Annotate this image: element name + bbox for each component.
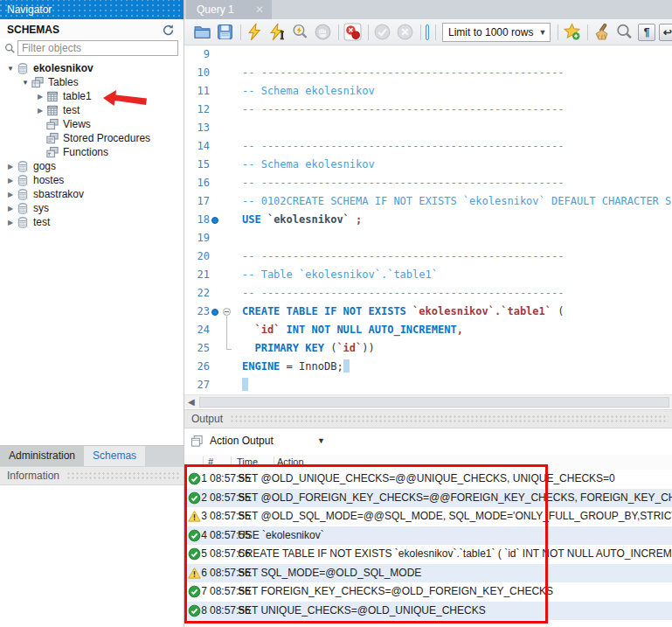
marker-column bbox=[210, 321, 220, 339]
fold-column bbox=[220, 321, 238, 339]
new-snippet-icon[interactable] bbox=[563, 23, 581, 41]
tab-administration[interactable]: Administration bbox=[0, 446, 84, 466]
editor-line-23: 23CREATE TABLE IF NOT EXISTS `ekolesniko… bbox=[184, 303, 672, 321]
commit-icon[interactable] bbox=[373, 23, 391, 41]
tree-item-views[interactable]: Views bbox=[0, 117, 184, 131]
tab-query1[interactable]: Query 1 ✕ bbox=[186, 0, 272, 19]
tree-item-sys[interactable]: ▶sys bbox=[0, 201, 184, 215]
line-number: 19 bbox=[188, 229, 210, 247]
sidebar-tabs: AdministrationSchemas bbox=[0, 445, 184, 467]
expander-icon[interactable]: ▶ bbox=[35, 107, 45, 115]
editor-line-12: 12-- -----------------------------------… bbox=[184, 101, 672, 119]
scroll-left-icon[interactable]: ◀ bbox=[188, 396, 195, 408]
code-text: -- 0102CREATE SCHEMA IF NOT EXISTS `ekol… bbox=[242, 192, 672, 211]
explain-icon[interactable] bbox=[291, 23, 309, 41]
stop-on-error-icon[interactable] bbox=[343, 23, 362, 41]
editor-line-19: 19 bbox=[184, 229, 672, 247]
invisibles-icon[interactable]: ¶ bbox=[638, 24, 655, 41]
output-title: Output bbox=[184, 410, 223, 428]
output-column-header: #TimeAction bbox=[184, 455, 672, 470]
stop-icon[interactable] bbox=[314, 23, 332, 41]
fold-column bbox=[220, 156, 238, 174]
line-number: 21 bbox=[188, 266, 210, 284]
query-editor-area: Query 1 ✕ Limit to 1000 rows▼¶↩ 910-- --… bbox=[184, 0, 672, 627]
expander-icon[interactable]: ▶ bbox=[5, 191, 16, 199]
scrollbar-thumb[interactable] bbox=[199, 397, 669, 408]
row-index: 2 bbox=[195, 489, 207, 508]
code-text bbox=[242, 376, 248, 394]
output-row-4[interactable]: 408:57:55USE `ekolesnikov` bbox=[184, 526, 672, 546]
tree-item-test[interactable]: ▶test bbox=[0, 215, 184, 229]
marker-column bbox=[210, 358, 220, 376]
output-row-5[interactable]: 508:57:56CREATE TABLE IF NOT EXISTS `eko… bbox=[184, 545, 672, 564]
beautify-icon[interactable] bbox=[592, 23, 611, 41]
save-icon[interactable] bbox=[216, 23, 234, 41]
expander-icon[interactable]: ▶ bbox=[5, 163, 16, 171]
fold-column bbox=[220, 174, 238, 192]
refresh-icon[interactable] bbox=[162, 24, 175, 37]
code-text: -- -------------------------------------… bbox=[242, 64, 564, 82]
expander-icon[interactable]: ▶ bbox=[5, 219, 16, 226]
editor-horizontal-scrollbar[interactable]: ◀ bbox=[184, 394, 672, 408]
expander-icon[interactable]: ▼ bbox=[20, 79, 31, 87]
tab-schemas[interactable]: Schemas bbox=[84, 446, 145, 466]
tree-item-tables[interactable]: ▼Tables bbox=[0, 75, 184, 89]
line-number: 17 bbox=[188, 192, 210, 211]
chevron-down-icon[interactable]: ▼ bbox=[317, 432, 325, 450]
marker-column bbox=[210, 45, 220, 64]
fold-collapse-icon[interactable] bbox=[220, 303, 238, 321]
tree-item-hostes[interactable]: ▶hostes bbox=[0, 173, 184, 187]
functions-icon bbox=[45, 146, 59, 159]
schema-icon bbox=[16, 160, 30, 173]
execute-icon[interactable] bbox=[246, 23, 264, 41]
output-row-8[interactable]: 808:57:56SET UNIQUE_CHECKS=@OLD_UNIQUE_C… bbox=[184, 602, 672, 621]
output-row-1[interactable]: 108:57:55SET @OLD_UNIQUE_CHECKS=@@UNIQUE… bbox=[184, 470, 672, 489]
tree-item-table1[interactable]: ▶table1 bbox=[0, 89, 184, 103]
output-view-selector[interactable]: Action Output bbox=[210, 432, 328, 450]
chevron-down-icon: ▼ bbox=[536, 28, 550, 37]
editor-line-25: 25 PRIMARY KEY (`id`)) bbox=[184, 339, 672, 358]
toolbar-separator bbox=[338, 24, 339, 40]
execute-current-icon[interactable] bbox=[268, 23, 287, 41]
marker-column bbox=[210, 137, 220, 156]
row-action: USE `ekolesnikov` bbox=[238, 526, 672, 546]
row-index: 5 bbox=[195, 545, 207, 564]
schema-icon bbox=[16, 188, 30, 201]
expander-icon[interactable]: ▼ bbox=[5, 65, 16, 73]
filter-objects-input[interactable] bbox=[17, 40, 178, 56]
marker-column bbox=[210, 229, 220, 247]
row-action: SET SQL_MODE=@OLD_SQL_MODE bbox=[238, 564, 672, 583]
tree-item-label: Functions bbox=[63, 146, 108, 158]
tree-item-functions[interactable]: Functions bbox=[0, 145, 184, 159]
rollback-icon[interactable] bbox=[396, 23, 414, 41]
wrap-icon[interactable]: ↩ bbox=[659, 24, 672, 41]
line-number: 13 bbox=[188, 119, 210, 137]
tree-item-stored-procedures[interactable]: Stored Procedures bbox=[0, 131, 184, 145]
expander-icon[interactable]: ▶ bbox=[5, 205, 16, 212]
tree-item-gogs[interactable]: ▶gogs bbox=[0, 159, 184, 173]
output-row-7[interactable]: 708:57:56SET FOREIGN_KEY_CHECKS=@OLD_FOR… bbox=[184, 582, 672, 602]
toggle-highlight[interactable] bbox=[426, 24, 429, 40]
fold-column bbox=[220, 211, 238, 229]
marker-column bbox=[210, 247, 220, 266]
expander-icon[interactable]: ▶ bbox=[35, 93, 45, 101]
sql-editor[interactable]: 910-- ----------------------------------… bbox=[184, 45, 672, 394]
tree-item-label: table1 bbox=[63, 90, 92, 102]
open-file-icon[interactable] bbox=[193, 23, 211, 41]
limit-rows-select[interactable]: Limit to 1000 rows▼ bbox=[442, 23, 551, 42]
expander-icon[interactable]: ▶ bbox=[5, 177, 16, 185]
fold-column bbox=[220, 137, 238, 156]
information-panel-header: Information bbox=[0, 466, 184, 485]
find-icon[interactable] bbox=[615, 23, 634, 41]
close-icon[interactable]: ✕ bbox=[255, 0, 264, 19]
row-index: 1 bbox=[195, 470, 207, 489]
tree-item-sbastrakov[interactable]: ▶sbastrakov bbox=[0, 187, 184, 201]
output-row-6[interactable]: 608:57:56SET SQL_MODE=@OLD_SQL_MODE bbox=[184, 564, 672, 583]
tree-item-ekolesnikov[interactable]: ▼ekolesnikov bbox=[0, 61, 184, 75]
row-action: SET @OLD_SQL_MODE=@@SQL_MODE, SQL_MODE='… bbox=[238, 507, 672, 526]
output-row-3[interactable]: 308:57:55SET @OLD_SQL_MODE=@@SQL_MODE, S… bbox=[184, 507, 672, 526]
line-number: 23 bbox=[188, 303, 210, 321]
output-row-2[interactable]: 208:57:55SET @OLD_FOREIGN_KEY_CHECKS=@@F… bbox=[184, 489, 672, 508]
tree-item-test[interactable]: ▶test bbox=[0, 103, 184, 117]
editor-line-20: 20-- -----------------------------------… bbox=[184, 247, 672, 266]
